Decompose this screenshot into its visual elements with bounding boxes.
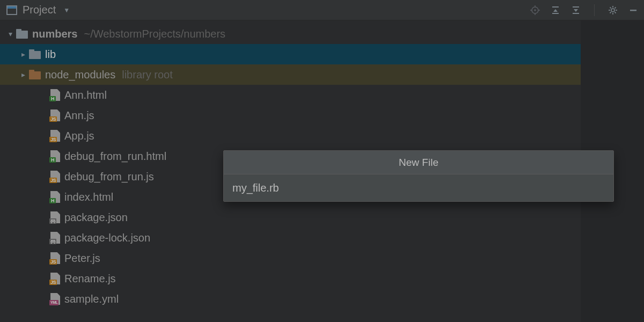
svg-point-1: [534, 9, 536, 11]
file-row[interactable]: sample.yml: [0, 289, 581, 309]
folder-row-lib[interactable]: lib: [0, 44, 581, 64]
file-label: Ann.js: [64, 109, 94, 122]
popup-title: New File: [224, 151, 613, 174]
file-row[interactable]: App.js: [0, 126, 581, 146]
json-file-icon: [50, 232, 60, 244]
file-label: index.html: [64, 191, 113, 203]
js-file-icon: [50, 171, 60, 182]
file-label: App.js: [64, 130, 94, 142]
html-file-icon: [50, 191, 60, 203]
file-label: Rename.js: [64, 273, 116, 285]
js-file-icon: [50, 273, 60, 284]
svg-line-17: [610, 7, 611, 8]
svg-rect-21: [630, 10, 636, 11]
file-row[interactable]: Peter.js: [0, 248, 581, 268]
file-label: Ann.html: [64, 89, 107, 101]
svg-line-19: [610, 12, 611, 13]
dropdown-arrow-icon[interactable]: ▼: [63, 6, 70, 14]
chevron-right-icon[interactable]: [17, 70, 29, 79]
svg-marker-10: [574, 9, 578, 12]
folder-label: node_modules: [45, 69, 115, 81]
project-root-row[interactable]: numbers ~/WebstormProjects/numbers: [0, 24, 581, 44]
yml-file-icon: [50, 293, 60, 305]
chevron-down-icon[interactable]: [4, 30, 16, 38]
toolbar-separator: [594, 4, 595, 16]
folder-label: lib: [45, 48, 56, 61]
js-file-icon: [50, 109, 60, 121]
file-label: sample.yml: [64, 293, 119, 305]
svg-point-12: [611, 9, 614, 12]
folder-row-node-modules[interactable]: node_modules library root: [0, 64, 581, 85]
project-window-icon: [6, 5, 17, 15]
svg-line-18: [615, 12, 616, 13]
collapse-all-icon[interactable]: [570, 5, 581, 16]
file-row[interactable]: Ann.js: [0, 105, 581, 126]
json-file-icon: [50, 211, 60, 223]
html-file-icon: [50, 89, 60, 101]
js-file-icon: [50, 130, 60, 142]
svg-marker-7: [553, 9, 558, 12]
new-file-popup: New File: [223, 150, 614, 202]
project-root-path: ~/WebstormProjects/numbers: [84, 28, 225, 40]
target-icon[interactable]: [530, 5, 540, 16]
file-label: debug_from_run.js: [64, 171, 154, 183]
folder-icon: [16, 29, 28, 39]
chevron-right-icon[interactable]: [17, 50, 29, 58]
project-title[interactable]: Project: [23, 4, 56, 16]
project-toolbar: Project ▼: [0, 0, 644, 20]
file-label: package.json: [64, 211, 128, 224]
file-label: package-lock.json: [64, 232, 150, 244]
settings-icon[interactable]: [608, 5, 618, 16]
expand-all-icon[interactable]: [550, 5, 561, 16]
file-row[interactable]: package.json: [0, 207, 581, 228]
svg-line-20: [615, 7, 616, 8]
file-row[interactable]: package-lock.json: [0, 228, 581, 248]
minimize-icon[interactable]: [628, 5, 639, 16]
file-label: Peter.js: [64, 252, 100, 265]
file-label: debug_from_run.html: [64, 150, 166, 163]
file-row[interactable]: Rename.js: [0, 268, 581, 289]
file-row[interactable]: Ann.html: [0, 85, 581, 105]
js-file-icon: [50, 252, 60, 264]
library-folder-icon: [29, 70, 41, 79]
project-root-name: numbers: [32, 28, 77, 40]
html-file-icon: [50, 150, 60, 162]
folder-icon: [29, 49, 41, 59]
folder-subtitle: library root: [122, 69, 172, 81]
new-file-name-input[interactable]: [224, 174, 613, 201]
